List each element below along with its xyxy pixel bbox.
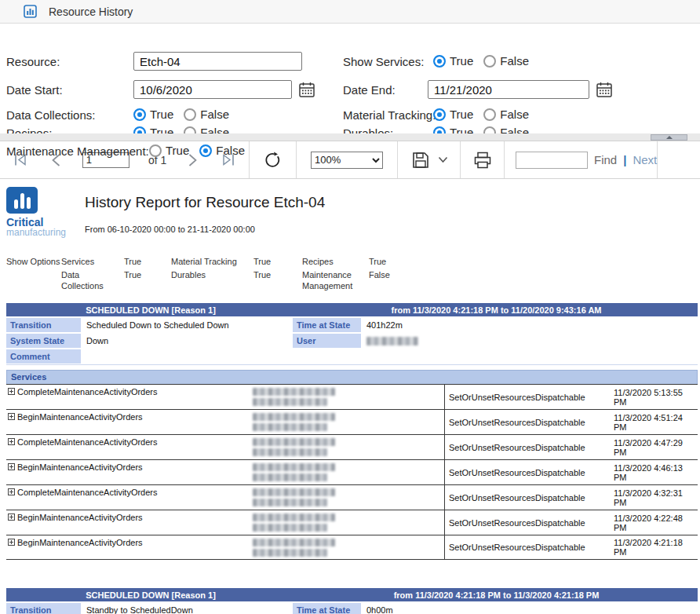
report-canvas: Critical manufacturing History Report fo… — [0, 179, 700, 614]
state-period: from 11/3/2020 4:21:18 PM to 11/20/2020 … — [295, 303, 698, 316]
option-value: True — [124, 270, 171, 292]
false-label[interactable]: False — [200, 108, 229, 121]
date-end-label: Date End: — [343, 83, 396, 97]
state-block-header: SCHEDULED DOWN [Reason 1] from 11/3/2020… — [6, 303, 698, 316]
service-action: SetOrUnsetResourcesDispatchable — [444, 460, 614, 484]
option-name: Material Tracking — [171, 257, 253, 268]
zoom-select[interactable]: 100% — [311, 152, 383, 169]
service-name: CompleteMaintenanceActivityOrders — [17, 437, 158, 447]
maintenance-management-false-radio[interactable] — [199, 144, 212, 157]
transition-label: Transition — [6, 318, 81, 332]
true-label[interactable]: True — [450, 108, 473, 121]
date-start-label: Date Start: — [6, 83, 63, 97]
maintenance-management-true-radio[interactable] — [149, 144, 162, 157]
data-collections-label: Data Collections: — [6, 108, 95, 122]
floppy-disk-icon — [411, 151, 430, 170]
expand-icon[interactable] — [8, 513, 15, 521]
find-link[interactable]: Find — [594, 153, 617, 166]
service-name: BeginMaintenanceActivityOrders — [17, 513, 143, 522]
print-button[interactable] — [472, 149, 494, 171]
false-label[interactable]: False — [216, 144, 245, 157]
true-label[interactable]: True — [450, 54, 473, 68]
table-row: CompleteMaintenanceActivityOrders SetOrU… — [6, 484, 698, 510]
option-value: True — [253, 270, 302, 292]
expand-icon[interactable] — [8, 488, 15, 495]
show-services-true-radio[interactable] — [433, 55, 446, 68]
service-name: BeginMaintenanceActivityOrders — [17, 538, 143, 547]
show-services-false-radio[interactable] — [483, 55, 496, 68]
table-row: Transition Scheduled Down to Scheduled D… — [6, 318, 698, 332]
table-row: Comment — [6, 349, 698, 364]
app-header: Resource History — [0, 0, 700, 24]
state-period: from 11/3/2020 4:21:18 PM to 11/3/2020 4… — [295, 588, 698, 601]
redacted-value — [366, 337, 418, 345]
time-at-state-value: 401h22m — [363, 318, 698, 332]
material-tracking-radio-group: True False — [433, 108, 535, 121]
data-collections-true-radio[interactable] — [133, 108, 146, 121]
find-next-link[interactable]: Next — [633, 153, 657, 166]
state-block-header: SCHEDULED DOWN [Reason 1] from 11/3/2020… — [6, 588, 698, 601]
chevron-down-icon[interactable] — [438, 156, 448, 163]
date-end-calendar-button[interactable] — [596, 81, 613, 98]
report-title-block: History Report for Resource Etch-04 From… — [85, 187, 325, 238]
service-name: BeginMaintenanceActivityOrders — [17, 412, 143, 422]
maintenance-management-label: Maintenance Management: — [6, 144, 149, 158]
service-timestamp: 11/3/2020 4:46:13 PM — [614, 460, 698, 484]
user-label: User — [293, 334, 361, 348]
logo-text-line2: manufacturing — [6, 227, 82, 238]
redacted-value — [253, 499, 327, 506]
material-tracking-true-radio[interactable] — [433, 108, 446, 121]
state-title: SCHEDULED DOWN [Reason 1] — [6, 588, 295, 601]
service-timestamp: 11/3/2020 4:22:48 PM — [614, 510, 698, 535]
expand-icon[interactable] — [8, 463, 15, 470]
date-start-calendar-button[interactable] — [298, 81, 315, 98]
table-row: CompleteMaintenanceActivityOrders SetOrU… — [6, 384, 698, 409]
table-row: CompleteMaintenanceActivityOrders SetOrU… — [6, 434, 698, 459]
service-name: CompleteMaintenanceActivityOrders — [17, 387, 158, 397]
material-tracking-label: Material Tracking: — [343, 108, 436, 122]
find-section: Find | Next — [505, 141, 658, 178]
date-start-input[interactable] — [133, 80, 292, 99]
find-input[interactable] — [516, 152, 588, 169]
false-label[interactable]: False — [500, 54, 529, 68]
option-value: False — [369, 270, 416, 292]
redacted-value — [253, 539, 335, 546]
true-label[interactable]: True — [150, 108, 173, 121]
material-tracking-false-radio[interactable] — [483, 108, 496, 121]
expand-icon[interactable] — [8, 413, 15, 420]
expand-icon[interactable] — [8, 388, 15, 395]
comment-value — [82, 349, 698, 364]
table-row: BeginMaintenanceActivityOrders SetOrUnse… — [6, 409, 698, 434]
redacted-value — [253, 513, 335, 521]
redacted-value — [253, 448, 327, 456]
table-row: BeginMaintenanceActivityOrders SetOrUnse… — [6, 459, 698, 484]
table-row: System State Down User — [6, 334, 698, 348]
true-label[interactable]: True — [166, 144, 189, 157]
maintenance-management-radio-group: True False — [149, 144, 251, 157]
expand-icon[interactable] — [8, 539, 15, 546]
system-state-value: Down — [82, 334, 291, 348]
calendar-icon — [298, 81, 315, 98]
refresh-section — [250, 141, 297, 178]
calendar-icon — [596, 81, 613, 98]
resource-label: Resource: — [6, 55, 60, 68]
splitter-collapse-handle[interactable] — [651, 134, 687, 141]
service-action: SetOrUnsetResourcesDispatchable — [444, 535, 614, 559]
date-end-input[interactable] — [428, 80, 589, 99]
transition-value: Standby to ScheduledDown — [82, 603, 291, 614]
user-value — [363, 334, 698, 348]
panel-splitter[interactable] — [0, 133, 700, 141]
save-button[interactable] — [410, 149, 432, 171]
resource-input[interactable] — [133, 52, 302, 71]
service-name: CompleteMaintenanceActivityOrders — [17, 488, 158, 497]
false-label[interactable]: False — [500, 108, 529, 121]
expand-icon[interactable] — [8, 438, 15, 445]
toolbar-spacer — [658, 141, 700, 178]
data-collections-false-radio[interactable] — [184, 108, 196, 121]
refresh-button[interactable] — [263, 150, 283, 170]
option-name: Recipes — [302, 257, 369, 268]
show-options-summary: Show Options Services True Material Trac… — [6, 257, 700, 291]
comment-label: Comment — [6, 349, 81, 364]
service-action: SetOrUnsetResourcesDispatchable — [444, 385, 614, 409]
option-name: Durables — [171, 270, 253, 292]
